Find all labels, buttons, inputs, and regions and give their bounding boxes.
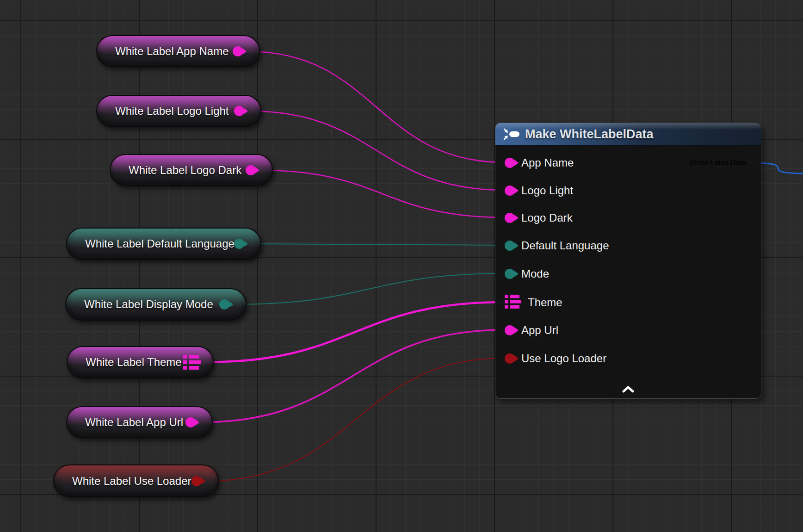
output-pin[interactable]: [233, 46, 243, 56]
chevron-up-icon: [621, 385, 635, 393]
input-pin[interactable]: [505, 213, 515, 223]
variable-getter-node[interactable]: White Label App Name: [96, 35, 260, 67]
getter-node-label: White Label Use Loader: [54, 476, 191, 487]
variable-getter-node[interactable]: White Label Default Language: [66, 228, 261, 260]
getter-node-label: White Label Display Mode: [66, 299, 213, 310]
input-pin-row: Logo Light: [505, 180, 573, 201]
variable-getter-node[interactable]: White Label App Url: [66, 406, 213, 438]
variable-getter-node[interactable]: White Label Logo Dark: [110, 154, 273, 186]
variable-getter-node[interactable]: White Label Display Mode: [65, 288, 247, 321]
getter-node-label: White Label App Url: [67, 417, 183, 428]
output-pin[interactable]: [219, 299, 229, 309]
input-pin-label: Default Language: [521, 240, 609, 251]
input-pin[interactable]: [505, 269, 515, 279]
make-whitelabeldata-node[interactable]: Make WhiteLabelData App NameLogo LightLo…: [495, 123, 761, 399]
input-pin-label: Logo Light: [521, 185, 573, 196]
graph-background[interactable]: Make WhiteLabelData App NameLogo LightLo…: [0, 0, 803, 532]
getter-node-label: White Label App Name: [97, 46, 229, 57]
getter-node-label: White Label Theme: [68, 357, 182, 368]
connection-wire[interactable]: [200, 330, 505, 422]
theme-struct-input-pin-icon[interactable]: [505, 295, 521, 310]
input-pin[interactable]: [505, 158, 515, 168]
collapse-chevron-button[interactable]: [618, 382, 638, 396]
output-pin[interactable]: [234, 239, 244, 249]
connection-wire[interactable]: [248, 244, 505, 245]
input-pin-row: Mode: [505, 264, 549, 284]
connection-wire[interactable]: [247, 51, 505, 162]
output-pin[interactable]: [191, 476, 202, 486]
input-pin-label: App Url: [521, 325, 558, 336]
input-pin-row: Logo Dark: [505, 208, 573, 228]
getter-node-label: White Label Logo Light: [97, 105, 229, 117]
make-struct-icon: [502, 127, 520, 142]
connection-wire[interactable]: [248, 111, 505, 190]
input-pin-label: Logo Dark: [521, 212, 573, 223]
output-pin-label: White Label Data: [689, 159, 746, 167]
connection-wire[interactable]: [206, 358, 505, 481]
input-pin-label: Mode: [521, 268, 549, 279]
connection-wire[interactable]: [260, 170, 505, 217]
variable-getter-node[interactable]: White Label Theme: [67, 346, 214, 378]
connection-wire[interactable]: [204, 302, 505, 362]
input-pin[interactable]: [505, 353, 515, 364]
variable-getter-node[interactable]: White Label Use Loader: [53, 464, 219, 497]
connection-wire[interactable]: [234, 273, 505, 304]
getter-node-label: White Label Default Language: [67, 238, 235, 249]
input-pin[interactable]: [505, 241, 515, 251]
getter-node-label: White Label Logo Dark: [111, 165, 241, 176]
input-pin-label: Theme: [528, 297, 562, 308]
make-node-header[interactable]: Make WhiteLabelData: [495, 123, 761, 146]
input-pin-row: App Name: [505, 153, 574, 173]
input-pin-label: App Name: [521, 157, 574, 168]
output-pin-row: White Label Data: [689, 153, 753, 173]
input-pin[interactable]: [505, 186, 515, 196]
output-pin[interactable]: [234, 106, 244, 116]
node-title: Make WhiteLabelData: [525, 127, 654, 142]
input-pin-label: Use Logo Loader: [521, 353, 606, 364]
input-pin-row: Default Language: [505, 235, 609, 256]
input-pin-row: Theme: [505, 292, 562, 313]
output-pin[interactable]: [246, 165, 256, 175]
variable-getter-node[interactable]: White Label Logo Light: [96, 95, 261, 127]
input-pin[interactable]: [505, 325, 515, 335]
output-pin[interactable]: [185, 417, 196, 427]
input-pin-row: App Url: [505, 320, 558, 340]
input-pin-row: Use Logo Loader: [505, 348, 606, 369]
struct-output-pin-icon[interactable]: [183, 355, 201, 370]
